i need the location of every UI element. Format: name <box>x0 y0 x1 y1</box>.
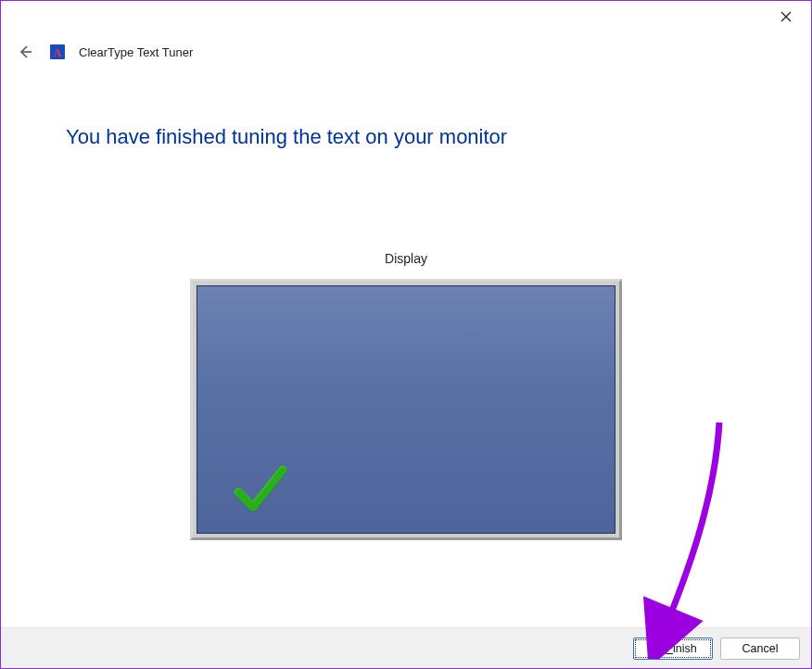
footer: Finish Cancel <box>1 627 811 668</box>
cancel-button-label: Cancel <box>742 642 779 655</box>
back-button[interactable] <box>14 41 36 63</box>
app-title: ClearType Text Tuner <box>79 45 193 59</box>
monitor-screen <box>197 285 615 534</box>
cancel-button[interactable]: Cancel <box>720 637 800 660</box>
finish-button[interactable]: Finish <box>633 637 713 660</box>
shield-icon <box>649 642 662 655</box>
svg-text:A: A <box>54 46 62 59</box>
arrow-left-icon <box>17 44 33 60</box>
page-heading: You have finished tuning the text on you… <box>66 125 746 149</box>
close-button[interactable] <box>765 3 807 31</box>
checkmark-icon <box>231 461 290 520</box>
content-area: You have finished tuning the text on you… <box>66 94 746 612</box>
display-label: Display <box>66 251 746 266</box>
header: A ClearType Text Tuner <box>14 38 798 66</box>
monitor-preview-wrap <box>66 279 746 540</box>
titlebar <box>1 1 811 34</box>
monitor-preview <box>190 279 622 540</box>
finish-button-label: Finish <box>666 642 696 655</box>
close-icon <box>780 11 792 22</box>
app-icon: A <box>49 44 66 60</box>
